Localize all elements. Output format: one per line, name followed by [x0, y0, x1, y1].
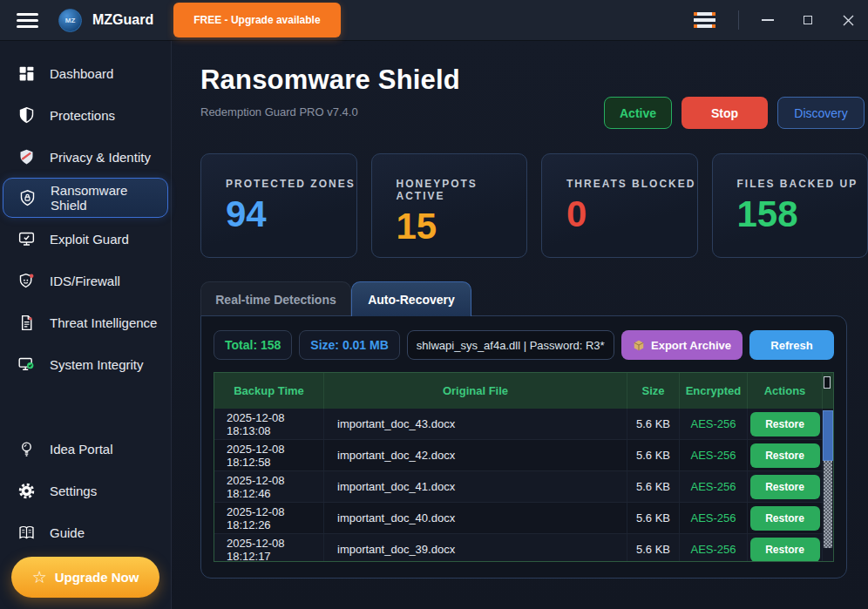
- sidebar-item-ids-firewall[interactable]: IDS/Firewall: [0, 260, 171, 301]
- free-upgrade-banner-button[interactable]: FREE - Upgrade available: [173, 3, 340, 37]
- auto-recovery-panel: Total: 158 Size: 0.01 MB Export Archive …: [200, 315, 847, 579]
- package-icon: [633, 339, 645, 351]
- monitor-check-icon: [17, 229, 37, 249]
- shield-icon: [17, 105, 37, 125]
- cell-encrypted: AES-256: [680, 503, 748, 533]
- export-archive-button[interactable]: Export Archive: [621, 330, 743, 360]
- stat-card-protected-zones: PROTECTED ZONES 94: [200, 153, 357, 258]
- stat-card-files-backed-up: FILES BACKED UP 158: [712, 153, 868, 258]
- sidebar-item-threat-intelligence[interactable]: Threat Intelligence: [0, 301, 171, 343]
- sidebar-item-privacy-identity[interactable]: Privacy & Identity: [0, 136, 171, 178]
- column-header-original-file: Original File: [324, 373, 627, 409]
- stat-label: PROTECTED ZONES: [226, 178, 356, 190]
- discovery-button[interactable]: Discovery: [777, 97, 865, 129]
- table-header-row: Backup Time Original File Size Encrypted…: [214, 373, 833, 409]
- cell-encrypted: AES-256: [680, 440, 748, 470]
- restore-button[interactable]: Restore: [750, 443, 820, 468]
- tab-realtime-detections[interactable]: Real-time Detections: [200, 281, 351, 316]
- stats-row: PROTECTED ZONES 94 HONEYPOTS ACTIVE 15 T…: [200, 153, 868, 258]
- maximize-button[interactable]: [788, 0, 828, 41]
- upgrade-now-button[interactable]: ☆ Upgrade Now: [11, 557, 159, 598]
- cell-encrypted: AES-256: [680, 409, 748, 439]
- cell-original-file: important_doc_39.docx: [324, 534, 627, 562]
- privacy-shield-icon: [17, 147, 37, 167]
- cell-original-file: important_doc_41.docx: [324, 471, 627, 502]
- sidebar-item-settings[interactable]: Settings: [0, 470, 171, 511]
- total-badge: Total: 158: [214, 330, 292, 360]
- cell-original-file: important_doc_43.docx: [324, 409, 627, 439]
- monitor-status-icon: [17, 355, 37, 375]
- sidebar-item-protections[interactable]: Protections: [0, 94, 171, 136]
- stat-label: THREATS BLOCKED: [566, 178, 697, 190]
- restore-button[interactable]: Restore: [750, 538, 820, 562]
- minimize-button[interactable]: [748, 0, 788, 41]
- upgrade-now-label: Upgrade Now: [55, 570, 139, 585]
- recovery-toolbar: Total: 158 Size: 0.01 MB Export Archive …: [214, 330, 834, 360]
- window-menu-icon[interactable]: [694, 12, 715, 28]
- table-row: 2025-12-08 18:12:46 important_doc_41.doc…: [214, 471, 833, 503]
- stat-value: 15: [397, 208, 527, 245]
- table-row: 2025-12-08 18:12:26 important_doc_40.doc…: [214, 503, 833, 534]
- cell-size: 5.6 KB: [627, 471, 680, 502]
- stat-label: FILES BACKED UP: [737, 178, 868, 190]
- cell-backup-time: 2025-12-08 18:12:17: [214, 534, 324, 562]
- archive-password-field[interactable]: [407, 330, 614, 360]
- stat-card-threats-blocked: THREATS BLOCKED 0: [541, 153, 698, 258]
- column-header-encrypted: Encrypted: [680, 373, 748, 409]
- column-header-actions: Actions: [748, 373, 823, 409]
- hamburger-menu-icon[interactable]: [17, 13, 38, 28]
- sidebar-item-ransomware-shield[interactable]: Ransomware Shield: [3, 178, 168, 218]
- table-row: 2025-12-08 18:13:08 important_doc_43.doc…: [214, 409, 833, 440]
- app-name: MZGuard: [92, 12, 153, 28]
- stat-value: 94: [226, 196, 356, 233]
- cell-backup-time: 2025-12-08 18:12:26: [214, 503, 324, 533]
- cell-size: 5.6 KB: [627, 440, 680, 470]
- sidebar-item-label: Settings: [50, 484, 97, 498]
- cell-original-file: important_doc_40.docx: [324, 503, 627, 533]
- cell-size: 5.6 KB: [627, 534, 680, 562]
- sidebar-item-label: IDS/Firewall: [50, 274, 120, 288]
- book-icon: [17, 523, 37, 543]
- refresh-button[interactable]: Refresh: [749, 330, 834, 360]
- maximize-icon: [804, 16, 812, 24]
- cell-size: 5.6 KB: [627, 503, 680, 533]
- dashboard-icon: [17, 64, 37, 84]
- page-title: Ransomware Shield: [200, 64, 868, 96]
- close-button[interactable]: [828, 0, 868, 41]
- active-status-button[interactable]: Active: [604, 97, 672, 129]
- sidebar-spacer: [0, 385, 171, 428]
- bug-shield-icon: [17, 271, 37, 291]
- sidebar-item-exploit-guard[interactable]: Exploit Guard: [0, 218, 171, 260]
- sidebar-item-label: Protections: [50, 108, 115, 123]
- lightbulb-icon: [17, 439, 37, 459]
- stat-value: 158: [737, 196, 868, 233]
- tab-auto-recovery[interactable]: Auto-Recovery: [351, 281, 471, 316]
- titlebar-divider: [738, 10, 739, 30]
- restore-button[interactable]: Restore: [750, 412, 820, 436]
- cell-backup-time: 2025-12-08 18:12:58: [214, 440, 324, 470]
- sidebar: Dashboard Protections Privacy & Identity…: [0, 41, 172, 609]
- restore-button[interactable]: Restore: [750, 506, 820, 531]
- sidebar-item-guide[interactable]: Guide: [0, 511, 171, 553]
- sidebar-item-dashboard[interactable]: Dashboard: [0, 52, 171, 94]
- cell-backup-time: 2025-12-08 18:13:08: [214, 409, 324, 439]
- stat-label: HONEYPOTS ACTIVE: [397, 178, 527, 202]
- cell-encrypted: AES-256: [680, 471, 748, 502]
- table-scrollbar-thumb[interactable]: [823, 410, 833, 461]
- column-header-backup-time: Backup Time: [214, 373, 324, 409]
- main-content: Ransomware Shield Redemption Guard PRO v…: [172, 41, 868, 609]
- close-icon: [843, 15, 854, 26]
- sidebar-item-system-integrity[interactable]: System Integrity: [0, 343, 171, 385]
- export-archive-label: Export Archive: [651, 339, 731, 352]
- table-row: 2025-12-08 18:12:17 important_doc_39.doc…: [214, 534, 833, 562]
- star-icon: ☆: [32, 569, 47, 585]
- lock-shield-icon: [17, 188, 37, 208]
- cell-encrypted: AES-256: [680, 534, 748, 562]
- column-header-size: Size: [627, 373, 680, 409]
- minimize-icon: [762, 19, 774, 21]
- gear-icon: [17, 481, 37, 501]
- size-badge: Size: 0.01 MB: [299, 330, 399, 360]
- sidebar-item-idea-portal[interactable]: Idea Portal: [0, 428, 171, 470]
- stop-button[interactable]: Stop: [682, 97, 768, 129]
- restore-button[interactable]: Restore: [750, 475, 820, 499]
